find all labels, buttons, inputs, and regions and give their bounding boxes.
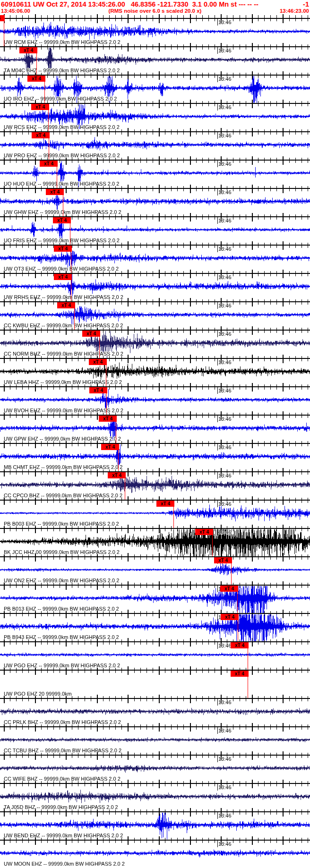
pick-flag[interactable]: xT 4 [156,501,174,507]
station-label: UW PGO EHZ -- 99999.0km BW HIGHPASS 2.0 … [4,663,120,668]
pick-flag[interactable]: xT 4 [54,246,72,252]
station-label: PB B013 EHZ -- 99999.0km BW HIGHPASS 2.0… [4,606,119,612]
minute-time-label: 13:46 [218,416,232,422]
trace-row[interactable]: 13:46 xT 4 UW ON2 EHZ -- 99999.0km BW HI… [0,556,310,585]
minute-time-label: 13:46 [218,359,232,365]
trace-row[interactable]: 13:46 xT 4 PB B943 EHZ -- 99999.0km BW H… [0,613,310,641]
station-label: UO FRIS EHZ -- 99999.0km BW HIGHPASS 2.0… [4,238,120,243]
trace-row[interactable]: 13:46 xT 4 UW GPW EHZ -- 99999.0km BW HI… [0,415,310,443]
minute-time-label: 13:46 [218,813,232,818]
minute-time-label: 13:46 [218,756,232,762]
minute-time-label: 13:46 [218,218,232,223]
trace-row[interactable]: 13:46 CC TCBU BHZ -- 99999.0km BW HIGHPA… [0,726,310,755]
station-label: UW RRHS EHZ -- 99999.0km BW HIGHPASS 2.0… [4,294,123,300]
pick-flag[interactable]: xT 4 [54,274,72,280]
pick-flag[interactable]: xT 4 [108,472,126,478]
pick-flag[interactable]: xT 4 [82,331,100,337]
trace-row[interactable]: 13:46 CC WIFE BHZ -- 99999.0km BW HIGHPA… [0,755,310,783]
station-label: CC CPCO BHZ -- 99999.0km BW HIGHPASS 2.0… [4,493,122,498]
pick-flag[interactable]: xT 4 [221,614,239,620]
minute-time-label: 13:46 [218,529,232,535]
trace-row[interactable]: 13:46 TA J05D BHZ -- 99999.0km BW HIGHPA… [0,783,310,811]
trace-row[interactable]: 13:46 xT 4 UO HUO EHZ -- 99999.0km BW HI… [0,160,310,188]
minute-time-label: 13:46 [218,133,232,138]
pick-flag[interactable]: xT 4 [32,132,50,138]
minute-time-label: 13:46 [218,246,232,252]
trace-row[interactable]: 13:46 xT 4 MB CHMT EHZ -- 99999.0km BW H… [0,443,310,471]
station-label: UW RCS EHZ -- 99999.0km BW HIGHPASS 2.0 … [4,124,120,130]
window-end-time: 13:46:23.00 [280,8,309,14]
pick-flag[interactable]: xT 4 [40,161,58,167]
pick-flag[interactable]: xT 4 [214,557,232,563]
pick-flag[interactable]: xT 4 [89,359,107,365]
trace-row[interactable]: 13:46 CC PRLK BHZ -- 99999.0km BW HIGHPA… [0,698,310,726]
event-flag-value: -1 [303,0,309,8]
pick-flag[interactable]: xT 4 [231,642,249,648]
trace-row[interactable]: 13:46 xT 4 PB B013 EHZ -- 99999.0km BW H… [0,585,310,613]
pick-flag[interactable]: xT 4 [27,76,45,82]
trace-row[interactable]: 13:46 xT 4 TA M04C BHZ -- 99999.0km BW H… [0,46,310,75]
pick-flag[interactable]: xT 4 [53,217,71,223]
event-title-line: 60910611 UW Oct 27, 2014 13:45:26.00 46.… [0,0,310,8]
station-label: PB B943 EHZ -- 99999.0km BW HIGHPASS 2.0… [4,634,119,640]
minute-time-label: 13:46 [218,388,232,393]
minute-time-label: 13:46 [218,331,232,337]
minute-time-label: 13:46 [218,473,232,478]
pick-flag[interactable]: xT 4 [195,529,213,535]
minute-time-label: 13:46 [218,48,232,53]
station-label: UW GPW EHZ -- 99999.0km BW HIGHPASS 2.0 … [4,436,121,442]
station-label: UO IRO EHZ -- 99999.0km BW HIGHPASS 2.0 … [4,96,117,102]
trace-row[interactable]: 13:46 xT 4 UW OT3 EHZ -- 99999.0km BW HI… [0,245,310,273]
rms-scale-note: (RMS noise over 6.0 s scaled 20.0 x) [109,8,202,14]
station-label: PB B003 EHZ -- 99999.0km BW HIGHPASS 2.0… [4,521,119,527]
pick-flag[interactable]: xT 4 [31,104,49,110]
minute-time-label: 13:46 [218,643,232,648]
pick-flag[interactable]: xT 4 [57,302,75,308]
pick-flag[interactable]: xT 4 [89,387,107,393]
trace-row[interactable]: 13:46 UW BEND EHZ -- 99999.0km BW HIGHPA… [0,811,310,840]
pick-flag[interactable]: xT 4 [101,444,119,450]
minute-time-label: 13:46 [218,274,232,280]
trace-row[interactable]: 13:46 xT 4 CC CPCO BHZ -- 99999.0km BW H… [0,471,310,500]
trace-row[interactable]: 13:46 xT 4 UW BVOH EHZ -- 99999.0km BW H… [0,386,310,415]
minute-time-label: 13:46 [218,76,232,82]
pick-flag[interactable]: xT 4 [99,416,117,422]
station-label: UW BVOH EHZ -- 99999.0km BW HIGHPASS 2.0… [4,408,123,413]
pick-flag[interactable]: xT 4 [231,671,249,677]
station-label: CC PRLK BHZ -- 99999.0km BW HIGHPASS 2.0… [4,719,121,725]
trace-row[interactable]: 13:46 xT 4 CC NORM BHZ -- 99999.0km BW H… [0,330,310,358]
trace-row[interactable]: 13:46 xT 4 UO FRIS EHZ -- 99999.0km BW H… [0,216,310,245]
trace-row[interactable]: 13:46 xT 4 UW RRHS EHZ -- 99999.0km BW H… [0,273,310,301]
pick-flag[interactable]: xT 4 [0,15,5,21]
pick-flag[interactable]: xT 4 [46,189,64,195]
trace-row[interactable]: 13:46 xT 4 UW PGO EHZ -- 99999.0km BW HI… [0,641,310,670]
station-label: TA J05D BHZ -- 99999.0km BW HIGHPASS 2.0… [4,804,118,810]
trace-row[interactable]: 13:46 xT 4 UW GHW EHZ -- 99999.0km BW HI… [0,188,310,216]
trace-row[interactable]: 13:46 xT 4 BK JCC HHZ 00 99999.0km BW HI… [0,528,310,556]
trace-row[interactable]: 13:46 xT 4 UW LEBA HHZ -- 99999.0km BW H… [0,358,310,386]
station-label: CC NORM BHZ -- 99999.0km BW HIGHPASS 2.0… [4,351,123,357]
trace-row[interactable]: 13:46 xT 4 UW PRO EHZ -- 99999.0km BW HI… [0,131,310,160]
station-label: UW BEND EHZ -- 99999.0km BW HIGHPASS 2.0… [4,833,123,838]
pick-flag[interactable]: xT 4 [19,47,37,53]
trace-row[interactable]: xT 4 UW PGO EHZ 20 99999.0km [0,670,310,698]
minute-time-label: 13:46 [218,699,232,705]
trace-row[interactable]: 13:46 xT 4 UW RCS EHZ -- 99999.0km BW HI… [0,103,310,131]
minute-time-label: 13:46 [218,104,232,110]
station-label: CC KWBU EHZ -- 99999.0km BW HIGHPASS 2.0… [4,323,123,328]
station-label: BK JCC HHZ 00 99999.0km BW HIGHPASS 2.0 … [4,549,120,555]
station-label: MB CHMT EHZ -- 99999.0km BW HIGHPASS 2.0… [4,464,122,470]
trace-row[interactable]: 13:46 xT 4 UO IRO EHZ -- 99999.0km BW HI… [0,75,310,103]
station-label: UW LEBA HHZ -- 99999.0km BW HIGHPASS 2.0… [4,379,122,385]
trace-row[interactable]: 13:46 xT 4 PB B003 EHZ -- 99999.0km BW H… [0,500,310,528]
minute-time-label: 13:46 [218,501,232,507]
trace-row[interactable]: 13:46 xT 4 UW RCM EHZ -- 99999.0km BW HI… [0,18,310,46]
trace-row[interactable]: 13:46 UW MOON EHZ -- 99999.0km BW HIGHPA… [0,840,310,868]
station-label: CC WIFE BHZ -- 99999.0km BW HIGHPASS 2.0… [4,776,121,782]
station-label: TA M04C BHZ -- 99999.0km BW HIGHPASS 2.0… [4,68,120,73]
pick-flag[interactable]: xT 4 [220,586,238,592]
station-label: UO HUO EHZ -- 99999.0km BW HIGHPASS 2.0 … [4,181,119,187]
window-start-time: 13:45:06.00 [1,8,30,14]
trace-row[interactable]: 13:46 xT 4 CC KWBU EHZ -- 99999.0km BW H… [0,301,310,330]
minute-time-label: 13:46 [218,841,232,847]
